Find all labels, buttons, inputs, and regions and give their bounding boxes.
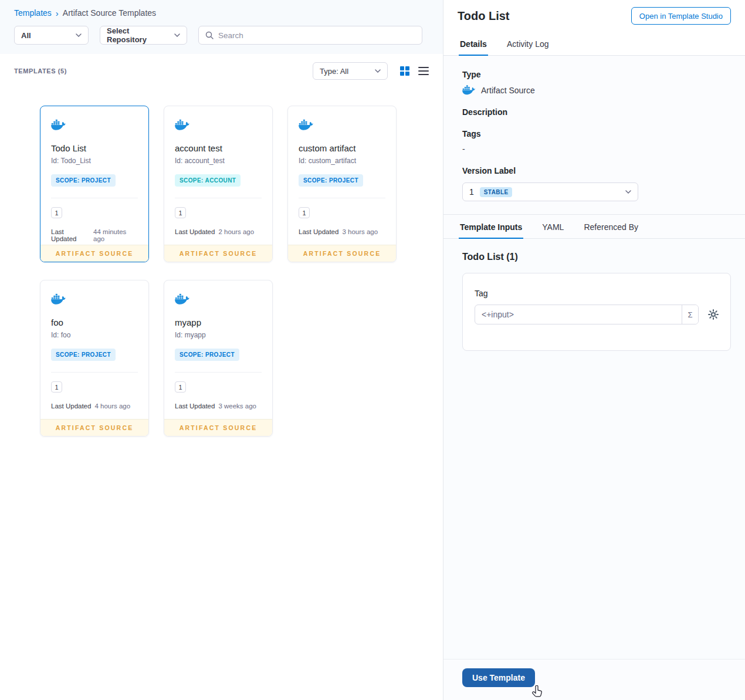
template-card-id: Id: myapp — [175, 331, 262, 339]
type-value: Artifact Source — [481, 86, 535, 95]
stable-badge: STABLE — [480, 187, 513, 197]
last-updated-row: Last Updated 44 minutes ago — [51, 228, 138, 242]
app: Templates › Artifact Source Templates Al… — [0, 0, 745, 700]
type-filter-value: Type: All — [320, 67, 348, 76]
template-card[interactable]: myapp Id: myapp SCOPE: PROJECT 1 Last Up… — [164, 280, 273, 437]
template-card-id: Id: custom_artifact — [299, 157, 385, 165]
tab-template-inputs[interactable]: Template Inputs — [459, 215, 523, 238]
version-label: Version Label — [462, 166, 726, 175]
grid-view-button[interactable] — [399, 66, 410, 76]
template-card[interactable]: account test Id: account_test SCOPE: ACC… — [164, 106, 273, 262]
description-label: Description — [462, 107, 726, 117]
use-template-button[interactable]: Use Template — [462, 668, 535, 687]
last-updated-row: Last Updated 2 hours ago — [175, 228, 262, 235]
open-in-template-studio-button[interactable]: Open in Template Studio — [631, 7, 731, 25]
scope-filter-value: All — [21, 31, 31, 40]
template-card-id: Id: foo — [51, 331, 138, 339]
docker-icon — [51, 293, 66, 305]
template-card[interactable]: foo Id: foo SCOPE: PROJECT 1 Last Update… — [40, 280, 149, 437]
tags-value: - — [462, 144, 726, 154]
template-card-id: Id: account_test — [175, 157, 262, 165]
version-dropdown[interactable]: 1 STABLE — [462, 182, 638, 201]
filter-bar: All Select Repository — [14, 26, 429, 45]
last-updated-value: 44 minutes ago — [93, 228, 138, 242]
inputs-section-title: Todo List (1) — [462, 252, 731, 262]
card-divider — [51, 372, 138, 373]
last-updated-row: Last Updated 3 hours ago — [299, 228, 385, 235]
template-card[interactable]: custom artifact Id: custom_artifact SCOP… — [287, 106, 397, 262]
last-updated-value: 3 hours ago — [342, 228, 378, 235]
template-type-footer: ARTIFACT SOURCE — [164, 419, 272, 436]
details-header: Todo List Open in Template Studio — [443, 0, 745, 32]
tag-field-label: Tag — [475, 289, 719, 298]
tags-label: Tags — [462, 129, 726, 138]
breadcrumb-separator-icon: › — [56, 9, 59, 18]
grid-view-icon — [399, 66, 410, 76]
scope-badge: SCOPE: PROJECT — [299, 174, 363, 187]
template-card-name: custom artifact — [299, 143, 385, 153]
tab-yaml[interactable]: YAML — [541, 215, 565, 238]
list-view-icon — [418, 67, 429, 75]
card-divider — [51, 198, 138, 198]
breadcrumb-current: Artifact Source Templates — [63, 8, 156, 18]
template-card-name: Todo List — [51, 143, 138, 153]
tag-field-row: Σ — [475, 305, 719, 324]
chevron-down-icon — [174, 33, 180, 37]
tab-details[interactable]: Details — [459, 32, 488, 55]
search-icon — [205, 31, 214, 39]
details-footer: Use Template — [443, 659, 745, 700]
breadcrumb: Templates › Artifact Source Templates — [14, 8, 429, 18]
docker-icon — [462, 85, 476, 95]
list-header: TEMPLATES (5) Type: All — [0, 54, 443, 80]
last-updated-label: Last Updated — [51, 228, 90, 242]
type-value-row: Artifact Source — [462, 85, 726, 95]
tab-referenced-by[interactable]: Referenced By — [583, 215, 639, 238]
template-card-name: myapp — [175, 317, 262, 327]
template-inputs-body: Todo List (1) Tag Σ — [443, 239, 745, 659]
last-updated-value: 3 weeks ago — [218, 403, 256, 410]
templates-count-label: TEMPLATES (5) — [14, 67, 67, 75]
card-divider — [299, 198, 385, 198]
last-updated-row: Last Updated 4 hours ago — [51, 403, 138, 410]
tag-input[interactable] — [475, 305, 682, 324]
template-grid: Todo List Id: Todo_List SCOPE: PROJECT 1… — [0, 80, 443, 460]
template-details-panel: Todo List Open in Template Studio Detail… — [443, 0, 745, 700]
template-card-name: account test — [175, 143, 262, 153]
version-value: 1 — [469, 187, 474, 197]
templates-page: Templates › Artifact Source Templates Al… — [0, 0, 443, 700]
scope-badge: SCOPE: PROJECT — [51, 349, 116, 361]
scope-badge: SCOPE: ACCOUNT — [175, 174, 241, 187]
card-divider — [175, 372, 262, 373]
template-type-footer: ARTIFACT SOURCE — [288, 245, 396, 262]
last-updated-label: Last Updated — [175, 403, 215, 410]
expression-input-type-button[interactable]: Σ — [682, 305, 698, 324]
last-updated-label: Last Updated — [51, 403, 91, 410]
type-filter-dropdown[interactable]: Type: All — [313, 62, 388, 80]
last-updated-value: 2 hours ago — [218, 228, 254, 235]
version-count-badge: 1 — [175, 381, 186, 393]
search-box[interactable] — [198, 26, 422, 45]
search-input[interactable] — [218, 31, 415, 40]
details-body: Type Artifact Source Description Tags - … — [443, 56, 745, 201]
version-count-badge: 1 — [51, 207, 62, 218]
template-type-footer: ARTIFACT SOURCE — [164, 245, 272, 262]
breadcrumb-templates-link[interactable]: Templates — [14, 8, 52, 18]
docker-icon — [175, 119, 190, 131]
template-type-footer: ARTIFACT SOURCE — [40, 245, 148, 262]
repository-filter-value: Select Repository — [107, 26, 170, 44]
version-count-badge: 1 — [175, 207, 186, 218]
tab-activity-log[interactable]: Activity Log — [506, 32, 550, 55]
template-card-name: foo — [51, 317, 138, 327]
chevron-down-icon — [76, 33, 82, 37]
repository-filter-dropdown[interactable]: Select Repository — [100, 26, 187, 45]
details-title: Todo List — [458, 9, 510, 23]
gear-icon[interactable] — [708, 309, 719, 320]
scope-filter-dropdown[interactable]: All — [14, 26, 89, 45]
last-updated-label: Last Updated — [175, 228, 215, 235]
list-view-button[interactable] — [418, 67, 429, 75]
scope-badge: SCOPE: PROJECT — [51, 174, 116, 187]
docker-icon — [299, 119, 314, 131]
page-header: Templates › Artifact Source Templates Al… — [0, 0, 443, 54]
chevron-down-icon — [375, 69, 381, 73]
template-card[interactable]: Todo List Id: Todo_List SCOPE: PROJECT 1… — [40, 106, 149, 262]
